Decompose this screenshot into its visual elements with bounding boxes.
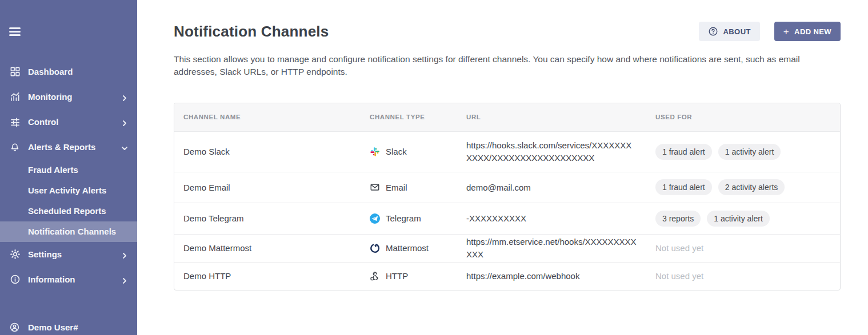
usage-badge: 1 fraud alert: [655, 179, 712, 195]
column-header-channel-name: CHANNEL NAME: [174, 114, 361, 120]
channel-url: -XXXXXXXXXX: [457, 212, 646, 225]
page-header: Notification Channels ABOUT + ADD NEW: [174, 22, 841, 41]
channel-url: demo@mail.com: [457, 181, 646, 194]
sidebar-subitem-label: Notification Channels: [28, 227, 116, 236]
channel-type: Telegram: [361, 213, 457, 224]
table-row[interactable]: Demo Mattermost Mattermost https://mm.et…: [174, 234, 840, 262]
column-header-channel-type: CHANNEL TYPE: [361, 114, 457, 120]
user-label: Demo User#: [28, 322, 78, 332]
sidebar-item-monitoring[interactable]: Monitoring: [0, 84, 137, 110]
channel-type-label: Telegram: [386, 213, 421, 223]
channel-url: https://mm.etservice.net/hooks/XXXXXXXXX…: [457, 236, 646, 261]
channel-type: Email: [361, 182, 457, 192]
sidebar-item-dashboard[interactable]: Dashboard: [0, 59, 137, 84]
chart-icon: [9, 91, 21, 103]
used-for-cell: 1 fraud alert 1 activity alert: [646, 144, 840, 160]
sidebar-item-scheduled-reports[interactable]: Scheduled Reports: [0, 201, 137, 221]
add-new-button[interactable]: + ADD NEW: [774, 22, 841, 41]
channel-type: Slack: [361, 147, 457, 157]
sidebar-item-control[interactable]: Control: [0, 110, 137, 135]
usage-badge: 1 activity alert: [707, 211, 770, 227]
chevron-down-icon: [121, 144, 128, 151]
bell-icon: [9, 142, 21, 153]
channel-type: HTTP: [361, 271, 457, 281]
channel-type-label: Email: [386, 183, 407, 192]
about-button-label: ABOUT: [723, 27, 751, 36]
sidebar-item-label: Monitoring: [28, 92, 72, 102]
email-icon: [370, 182, 380, 192]
user-circle-icon: [9, 321, 21, 333]
table-row[interactable]: Demo Email Email demo@mail.com 1 fraud a…: [174, 172, 840, 203]
sidebar: Dashboard Monitoring Con: [0, 0, 137, 335]
used-for-cell: Not used yet: [646, 243, 840, 253]
channel-url: https://hooks.slack.com/services/XXXXXXX…: [457, 139, 646, 164]
sidebar-item-information[interactable]: Information: [0, 267, 137, 292]
sidebar-subitem-label: Scheduled Reports: [28, 206, 106, 216]
page-description: This section allows you to manage and co…: [174, 53, 841, 79]
used-for-cell: 3 reports 1 activity alert: [646, 211, 840, 227]
dashboard-grid-icon: [9, 66, 21, 78]
mattermost-icon: [370, 243, 380, 253]
channel-type-label: HTTP: [386, 271, 408, 281]
sidebar-item-fraud-alerts[interactable]: Fraud Alerts: [0, 160, 137, 180]
slack-icon: [370, 147, 380, 157]
sidebar-subitem-label: User Activity Alerts: [28, 185, 106, 195]
menu-icon[interactable]: [9, 27, 21, 36]
channel-type-label: Mattermost: [386, 243, 429, 253]
question-circle-icon: [708, 26, 718, 37]
sidebar-item-notification-channels[interactable]: Notification Channels: [0, 221, 137, 242]
sliders-icon: [9, 116, 21, 128]
sidebar-subitem-label: Fraud Alerts: [28, 165, 78, 175]
used-for-cell: 1 fraud alert 2 activity alerts: [646, 179, 840, 195]
gear-icon: [9, 249, 21, 260]
sidebar-item-label: Information: [28, 275, 75, 284]
used-for-cell: Not used yet: [646, 271, 840, 281]
table-row[interactable]: Demo HTTP HTTP https://example.com/webho…: [174, 262, 840, 290]
usage-badge: 1 activity alert: [718, 144, 781, 160]
sidebar-item-label: Dashboard: [28, 67, 73, 76]
info-icon: [9, 274, 21, 285]
sidebar-item-label: Alerts & Reports: [28, 142, 95, 152]
not-used-label: Not used yet: [655, 243, 703, 253]
table-header-row: CHANNEL NAME CHANNEL TYPE URL USED FOR: [174, 103, 840, 131]
telegram-icon: [370, 213, 380, 224]
channel-name: Demo Telegram: [174, 213, 361, 223]
chevron-right-icon: [121, 251, 128, 258]
column-header-used-for: USED FOR: [646, 114, 840, 120]
webhook-icon: [370, 271, 380, 281]
chevron-right-icon: [121, 276, 128, 283]
usage-badge: 1 fraud alert: [655, 144, 712, 160]
sidebar-item-user-activity-alerts[interactable]: User Activity Alerts: [0, 180, 137, 201]
table-row[interactable]: Demo Slack Slack https://hoo: [174, 131, 840, 172]
channel-name: Demo Email: [174, 183, 361, 192]
sidebar-item-label: Control: [28, 117, 58, 127]
table-row[interactable]: Demo Telegram Telegram -XXXXXXXXXX 3 rep…: [174, 203, 840, 234]
header-buttons: ABOUT + ADD NEW: [699, 22, 841, 41]
channel-type: Mattermost: [361, 243, 457, 253]
plus-icon: +: [783, 27, 789, 37]
usage-badge: 3 reports: [655, 211, 701, 227]
page-title: Notification Channels: [174, 23, 329, 41]
user-menu[interactable]: Demo User#: [0, 314, 137, 335]
sidebar-item-alerts-reports[interactable]: Alerts & Reports: [0, 135, 137, 160]
sidebar-nav: Dashboard Monitoring Con: [0, 59, 137, 292]
channel-url: https://example.com/webhook: [457, 270, 646, 282]
channel-name: Demo HTTP: [174, 271, 361, 281]
sidebar-item-label: Settings: [28, 249, 62, 259]
usage-badge: 2 activity alerts: [718, 179, 785, 195]
channel-type-label: Slack: [386, 147, 407, 156]
channel-name: Demo Mattermost: [174, 243, 361, 253]
channels-table: CHANNEL NAME CHANNEL TYPE URL USED FOR D…: [174, 103, 841, 290]
channel-name: Demo Slack: [174, 147, 361, 156]
main-content: Notification Channels ABOUT + ADD NEW Th…: [137, 0, 868, 335]
chevron-right-icon: [121, 94, 128, 100]
chevron-right-icon: [121, 119, 128, 126]
about-button[interactable]: ABOUT: [699, 22, 760, 41]
add-new-button-label: ADD NEW: [794, 27, 831, 36]
column-header-url: URL: [457, 114, 646, 120]
not-used-label: Not used yet: [655, 271, 703, 281]
sidebar-item-settings[interactable]: Settings: [0, 242, 137, 267]
